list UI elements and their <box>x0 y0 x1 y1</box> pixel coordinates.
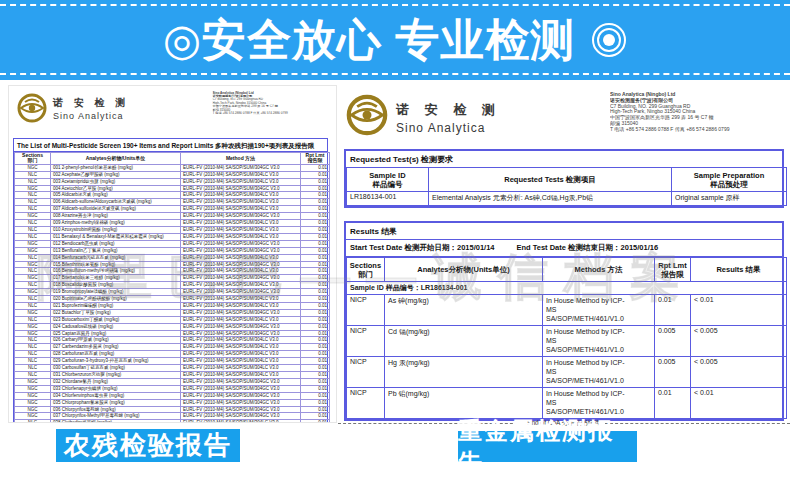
limit-cell: 0.01 <box>301 302 330 309</box>
method-cell: EURL-FV (2010-M4) SA/SOP/SUM/304LC V3.0 <box>181 206 301 213</box>
section-cell: NLC <box>15 337 51 344</box>
method-cell: In House Method by ICP- MS SA/SOP/METH/4… <box>543 295 655 326</box>
results-title: Results 结果 <box>346 223 782 239</box>
method-cell: EURL-FV (2010-M4) SA/SOP/SUM/304LC V3.0 <box>181 220 301 227</box>
section-cell: NGC <box>15 247 51 254</box>
table-row: NLC 028 Carbofuran克百威 (mg/kg) EURL-FV (2… <box>15 351 330 358</box>
pesticide-list-title: The List of Multi-Pesticide Screen 190+ … <box>14 139 327 152</box>
limit-cell: 0.01 <box>655 295 691 326</box>
limit-cell: 0.01 <box>301 282 330 289</box>
analyte-cell: 014 Benfuracarb丙硫克百威 (mg/kg) <box>51 254 181 261</box>
table-row: NLC 020 Bupirimate乙嘧酚磺酸酯 (mg/kg) EURL-FV… <box>15 296 330 303</box>
brand-block: 诺 安 检 测 Sino Analytica <box>53 96 129 121</box>
section-cell: NLC <box>15 282 51 289</box>
table-row: NLC 026 Carbaryl甲萘威 (mg/kg) EURL-FV (201… <box>15 337 330 344</box>
limit-cell: 0.01 <box>301 337 330 344</box>
heavy-metal-report-button[interactable]: 重金属检测报告 <box>458 431 637 462</box>
analyte-cell: 031 Chlorbenzuron灭幼脲 (mg/kg) <box>51 372 181 379</box>
analyte-cell: 023 Butocarboxim丁酮威 (mg/kg) <box>51 316 181 323</box>
method-cell: EURL-FV (2010-M4) SA/SOP/SUM/304GC V3.0 <box>181 261 301 268</box>
section-cell: NLC <box>15 192 51 199</box>
section-cell: NGC <box>15 406 51 413</box>
section-cell: NLC <box>15 296 51 303</box>
limit-cell: 0.01 <box>301 413 330 420</box>
sino-analytica-logo-icon <box>17 93 47 123</box>
brand-name-cn: 诺 安 检 测 <box>53 96 129 110</box>
table-row: NGC 013 Benfluralin乙丁氟灵 (mg/kg) EURL-FV … <box>15 247 330 254</box>
brand-name-en: Sino Analytica <box>396 121 501 135</box>
method-cell: EURL-FV (2010-M4) SA/SOP/SUM/304LC V3.0 <box>181 302 301 309</box>
table-row: NLC 002 Acephate乙酰甲胺磷 (mg/kg) EURL-FV (2… <box>15 171 330 178</box>
table-row: NGC 025 Captan克菌丹 (mg/kg) EURL-FV (2010-… <box>15 330 330 337</box>
analyte-cell: 037 Chlorpyrifos-Methyl甲基毒死蜱 (mg/kg) <box>51 413 181 420</box>
section-cell: NGC <box>15 413 51 420</box>
method-cell: EURL-FV (2010-M4) SA/SOP/SUM/304LC V3.0 <box>181 420 301 423</box>
company-address-block: Sino Analytica (Ningbo) Ltd诺安检测服务(宁波)有限公… <box>213 91 335 115</box>
limit-cell: 0.01 <box>301 378 330 385</box>
method-cell: EURL-FV (2010-M4) SA/SOP/SUM/304GC V3.0 <box>181 185 301 192</box>
section-cell: NLC <box>15 351 51 358</box>
analyte-cell: 019 Bromopropylate溴螨酯 (mg/kg) <box>51 289 181 296</box>
analyte-cell: 025 Captan克菌丹 (mg/kg) <box>51 330 181 337</box>
section-cell: NLC <box>15 233 51 240</box>
limit-cell: 0.01 <box>301 344 330 351</box>
method-cell: EURL-FV (2010-M4) SA/SOP/SUM/304LC V3.0 <box>181 171 301 178</box>
bullseye-icon <box>591 22 627 58</box>
analyte-cell: 005 Aldicarb涕灭威 (mg/kg) <box>51 192 181 199</box>
section-cell: NLC <box>15 178 51 185</box>
table-row: NGC 032 Chlordane氯丹 (mg/kg) EURL-FV (201… <box>15 378 330 385</box>
table-row: NLC 023 Butocarboxim丁酮威 (mg/kg) EURL-FV … <box>15 316 330 323</box>
method-cell: EURL-FV (2010-M4) SA/SOP/SUM/304LC V3.0 <box>181 337 301 344</box>
analyte-cell: 010 Azoxystrobin嘧菌酯 (mg/kg) <box>51 226 181 233</box>
column-header: Results 结果 <box>691 258 787 282</box>
start-test-date: Start Test Date 检测开始日期：2015/01/14 <box>350 243 495 253</box>
section-cell: NLC <box>15 220 51 227</box>
limit-cell: 0.01 <box>655 388 691 419</box>
requested-tests-section: Requested Test(s) 检测要求 Sample ID 样品编号Req… <box>344 149 784 208</box>
sample-id-cell: LR186134-001 <box>347 192 429 206</box>
section-cell: NLC <box>15 254 51 261</box>
limit-cell: 0.01 <box>301 233 330 240</box>
table-row: NLC 014 Benfuracarb丙硫克百威 (mg/kg) EURL-FV… <box>15 254 330 261</box>
brand-name-en: Sino Analytica <box>53 111 129 121</box>
table-row: NGC 015 Bifenthrin联苯菊酯 (mg/kg) EURL-FV (… <box>15 261 330 268</box>
method-cell: EURL-FV (2010-M4) SA/SOP/SUM/304LC V3.0 <box>181 192 301 199</box>
pesticide-report-button[interactable]: 农残检验报告 <box>56 429 240 462</box>
section-cell: NGC <box>15 164 51 171</box>
section-cell: NLC <box>15 344 51 351</box>
method-cell: EURL-FV (2010-M4) SA/SOP/SUM/304LC V3.0 <box>181 365 301 372</box>
table-row: NLC 007 Aldicarb-sulfoxide涕灭威亚砜 (mg/kg) … <box>15 206 330 213</box>
limit-cell: 0.01 <box>301 206 330 213</box>
analyte-cell: 028 Carbofuran克百威 (mg/kg) <box>51 351 181 358</box>
limit-cell: 0.01 <box>301 392 330 399</box>
table-row: NGC 034 Chlorfenvinphos毒虫畏 (mg/kg) EURL-… <box>15 392 330 399</box>
analyte-cell: 007 Aldicarb-sulfoxide涕灭威亚砜 (mg/kg) <box>51 206 181 213</box>
analyte-cell: 022 Butachlor丁草胺 (mg/kg) <box>51 309 181 316</box>
result-cell: < 0.005 <box>691 357 787 388</box>
analyte-cell: 033 Chlorfenapyr虫螨腈 (mg/kg) <box>51 385 181 392</box>
limit-cell: 0.01 <box>301 365 330 372</box>
limit-cell: 0.01 <box>301 330 330 337</box>
method-cell: EURL-FV (2010-M4) SA/SOP/SUM/304GC V3.0 <box>181 240 301 247</box>
address-line: T 电话 +86 574 2886 0788 F 传真 +86 574 2886… <box>610 127 780 133</box>
method-cell: EURL-FV (2010-M4) SA/SOP/SUM/304GC V3.0 <box>181 213 301 220</box>
table-row: NLC 038 Clethodim烯草酮 (mg/kg) EURL-FV (20… <box>15 420 330 423</box>
pesticide-table-header-row: Sections 部门Analytes分析物/Units单位Method 方法R… <box>15 153 330 165</box>
pesticide-table-frame: The List of Multi-Pesticide Screen 190+ … <box>13 138 328 423</box>
analyte-cell: 013 Benfluralin乙丁氟灵 (mg/kg) <box>51 247 181 254</box>
analyte-cell: 030 Carbosulfan丁硫克百威 (mg/kg) <box>51 365 181 372</box>
section-cell: NGC <box>15 309 51 316</box>
table-row: NGC 035 Chlorpropham氯苯胺灵 (mg/kg) EURL-FV… <box>15 399 330 406</box>
table-row: NGC 004 Acetochlor乙草胺 (mg/kg) EURL-FV (2… <box>15 185 330 192</box>
method-cell: EURL-FV (2010-M4) SA/SOP/SUM/304GC V3.0 <box>181 247 301 254</box>
analyte-cell: 017 Bitertanol联苯三唑醇 (mg/kg) <box>51 275 181 282</box>
section-cell: NGC <box>15 330 51 337</box>
analyte-cell: 003 Acetamiprid啶虫脒 (mg/kg) <box>51 178 181 185</box>
pesticide-report-document: 诺 安 检 测 Sino Analytica Sino Analytica (N… <box>8 85 337 423</box>
method-cell: In House Method by ICP- MS SA/SOP/METH/4… <box>543 357 655 388</box>
section-cell: NGC <box>15 240 51 247</box>
limit-cell: 0.01 <box>301 171 330 178</box>
analyte-cell: 024 Cadusafos硫线磷 (mg/kg) <box>51 323 181 330</box>
method-cell: EURL-FV (2010-M4) SA/SOP/SUM/304LC V3.0 <box>181 344 301 351</box>
analyte-cell: 002 Acephate乙酰甲胺磷 (mg/kg) <box>51 171 181 178</box>
